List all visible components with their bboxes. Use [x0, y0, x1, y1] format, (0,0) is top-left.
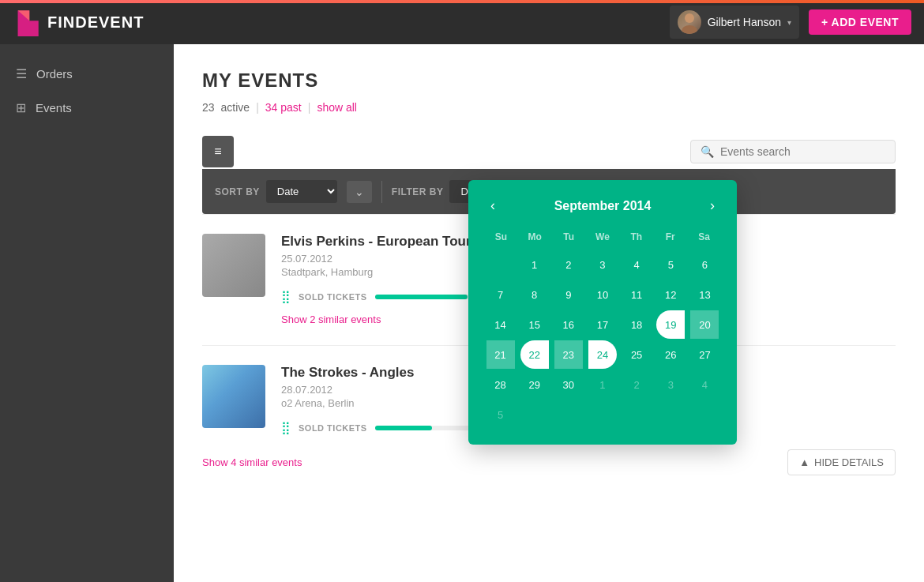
similar-events-link-1[interactable]: Show 2 similar events — [281, 314, 381, 325]
calendar-cell[interactable]: 9 — [554, 280, 583, 309]
calendar-cell[interactable]: 25 — [622, 340, 651, 369]
calendar-cell[interactable]: 29 — [520, 370, 549, 399]
calendar-day-name: Fr — [653, 228, 687, 246]
top-accent-bar — [0, 0, 924, 3]
sort-label: SORT BY — [215, 186, 260, 197]
calendar-day-name: Mo — [518, 228, 552, 246]
page-title: MY EVENTS — [202, 69, 896, 92]
calendar-cell[interactable]: 5 — [656, 250, 685, 279]
show-all-link[interactable]: show all — [317, 101, 357, 114]
filter-extra-button[interactable]: ⌄ — [347, 181, 372, 203]
calendar-prev-button[interactable]: ‹ — [484, 196, 501, 216]
calendar-cell[interactable]: 11 — [622, 280, 651, 309]
sidebar-item-events[interactable]: ⊞ Events — [0, 91, 174, 125]
calendar-cell[interactable]: 2 — [622, 370, 651, 399]
sort-group: SORT BY Date — [215, 180, 337, 203]
filter-toggle-button[interactable]: ≡ — [202, 136, 234, 167]
sidebar-item-orders-label: Orders — [36, 67, 73, 81]
calendar-cell[interactable]: 5 — [486, 400, 515, 429]
chevron-down-icon: ▾ — [787, 18, 791, 27]
calendar-day-name: Th — [619, 228, 653, 246]
calendar-cell[interactable]: 3 — [656, 370, 685, 399]
hide-details-button[interactable]: ▲ HIDE DETAILS — [787, 449, 896, 475]
calendar-cell[interactable]: 3 — [588, 250, 617, 279]
add-event-button[interactable]: + ADD EVENT — [809, 9, 911, 35]
calendar-cell[interactable]: 12 — [656, 280, 685, 309]
calendar-cell[interactable]: 23 — [554, 340, 583, 369]
calendar-cell[interactable]: 1 — [520, 250, 549, 279]
body-layout: ☰ Orders ⊞ Events MY EVENTS 23 active | … — [0, 44, 924, 582]
calendar-cell[interactable]: 7 — [486, 280, 515, 309]
filter-bar-wrapper: ≡ 🔍 SORT BY Date ⌄ FILTER BY — [202, 136, 896, 214]
past-link[interactable]: 34 past — [265, 101, 302, 114]
user-name: Gilbert Hanson — [708, 16, 781, 28]
calendar-day-name: We — [586, 228, 620, 246]
filter-toggle-icon: ≡ — [214, 145, 221, 159]
calendar-cell[interactable]: 2 — [554, 250, 583, 279]
stats-row: 23 active | 34 past | show all — [202, 101, 896, 114]
search-input[interactable] — [720, 145, 885, 158]
sort-select[interactable]: Date — [266, 180, 337, 203]
hide-details-label: HIDE DETAILS — [814, 456, 884, 468]
calendar-cell[interactable]: 26 — [656, 340, 685, 369]
calendar-cell[interactable]: 6 — [690, 250, 719, 279]
calendar-day-name: Su — [484, 228, 518, 246]
similar-events-link-2[interactable]: Show 4 similar events — [202, 456, 302, 468]
calendar-header: ‹ September 2014 › — [484, 196, 721, 216]
hide-details-arrow-icon: ▲ — [799, 456, 809, 468]
filter-divider — [381, 181, 382, 203]
calendar-cell[interactable]: 19 — [656, 310, 685, 339]
active-label: active — [221, 101, 250, 114]
event-thumbnail-1 — [202, 234, 265, 297]
logo-text: FINDEVENT — [47, 13, 144, 32]
calendar-cell[interactable]: 4 — [690, 370, 719, 399]
calendar-cell[interactable]: 28 — [486, 370, 515, 399]
tickets-label-2: SOLD TICKETS — [299, 423, 367, 433]
tickets-bar-2 — [375, 426, 432, 430]
calendar-cell[interactable]: 8 — [520, 280, 549, 309]
calendar-cell[interactable]: 4 — [622, 250, 651, 279]
calendar-cell[interactable]: 24 — [588, 340, 617, 369]
calendar-cell[interactable]: 22 — [520, 340, 549, 369]
calendar-cell[interactable]: 18 — [622, 310, 651, 339]
search-icon: 🔍 — [701, 145, 714, 158]
main-content: MY EVENTS 23 active | 34 past | show all… — [174, 44, 924, 582]
event-card-bottom-2: Show 4 similar events ▲ HIDE DETAILS — [202, 449, 896, 475]
tickets-icon-2: ⣿ — [281, 420, 291, 435]
calendar-cell[interactable]: 20 — [690, 310, 719, 339]
calendar-popup: ‹ September 2014 › SuMoTuWeThFrSa 123456… — [468, 180, 737, 445]
calendar-cell[interactable]: 27 — [690, 340, 719, 369]
svg-point-3 — [682, 25, 697, 34]
event-thumbnail-2 — [202, 365, 265, 428]
logo-icon — [13, 8, 41, 36]
calendar-cell[interactable]: 15 — [520, 310, 549, 339]
sidebar: ☰ Orders ⊞ Events — [0, 44, 174, 582]
svg-point-2 — [685, 13, 694, 23]
calendar-grid: 1234567891011121314151617181920212223242… — [484, 250, 721, 429]
calendar-month: September 2014 — [554, 199, 652, 213]
events-icon: ⊞ — [16, 100, 26, 115]
calendar-next-button[interactable]: › — [704, 196, 721, 216]
calendar-cell[interactable]: 30 — [554, 370, 583, 399]
calendar-cell[interactable]: 10 — [588, 280, 617, 309]
header: FINDEVENT Gilbert Hanson ▾ + ADD EVENT — [0, 0, 924, 44]
user-dropdown[interactable]: Gilbert Hanson ▾ — [670, 6, 799, 39]
separator-2: | — [308, 101, 311, 114]
calendar-day-name: Sa — [687, 228, 721, 246]
active-count: 23 — [202, 101, 215, 114]
header-right: Gilbert Hanson ▾ + ADD EVENT — [670, 6, 911, 39]
sidebar-item-orders[interactable]: ☰ Orders — [0, 57, 174, 91]
tickets-icon-1: ⣿ — [281, 289, 291, 304]
calendar-cell[interactable]: 16 — [554, 310, 583, 339]
sidebar-item-events-label: Events — [36, 101, 72, 115]
tickets-label-1: SOLD TICKETS — [299, 292, 367, 302]
filter-label: FILTER BY — [392, 186, 444, 197]
orders-icon: ☰ — [16, 66, 27, 81]
calendar-cell[interactable]: 1 — [588, 370, 617, 399]
calendar-cell[interactable]: 21 — [486, 340, 515, 369]
calendar-cell[interactable]: 17 — [588, 310, 617, 339]
calendar-cell[interactable]: 13 — [690, 280, 719, 309]
top-filter-row: ≡ 🔍 — [202, 136, 896, 167]
separator-1: | — [256, 101, 259, 114]
calendar-cell[interactable]: 14 — [486, 310, 515, 339]
